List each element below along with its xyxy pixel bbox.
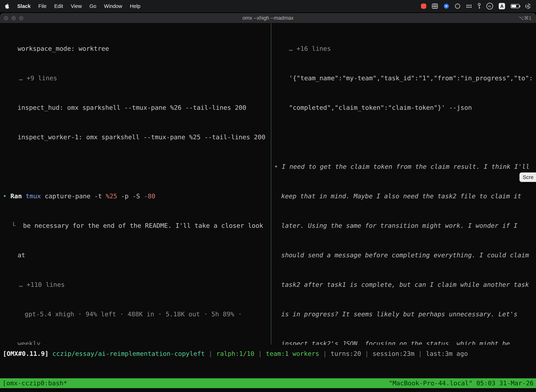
tmux-session-label: [omx-cczip0:bash*	[2, 378, 67, 388]
circle-app-icon[interactable]	[455, 3, 460, 9]
omx-status-bar: [OMX#0.11.9] cczip/essay/ai-reimplementa…	[0, 349, 536, 359]
command-output: └ be necessary for the end of the README…	[0, 221, 271, 231]
grid-icon[interactable]	[432, 4, 438, 9]
battery-percent-icon[interactable]: 61	[486, 3, 493, 9]
tmux-pane-left[interactable]: workspace_mode: worktree … +9 lines insp…	[0, 23, 271, 345]
omx-turns: turns:20	[330, 350, 361, 357]
window-shortcut-hint: ⌥⌘1	[519, 15, 531, 21]
menu-window[interactable]: Window	[104, 3, 122, 9]
screen-share-tooltip: Scre	[519, 173, 536, 182]
omx-ralph-counter: ralph:1/10	[216, 350, 254, 357]
menu-view[interactable]: View	[71, 3, 82, 9]
collapsed-lines-indicator: … +110 lines	[0, 280, 271, 289]
input-source-icon[interactable]: A	[499, 3, 505, 9]
omx-team-workers: team:1 workers	[266, 350, 319, 357]
menu-edit[interactable]: Edit	[54, 3, 63, 9]
thinking-line: keep that in mind. Maybe I also need the…	[271, 191, 536, 201]
collapsed-lines-indicator: … +16 lines	[271, 44, 536, 54]
terminal-window: × − + omx --xhigh --madmax ⌥⌘1 workspace…	[0, 13, 536, 392]
command-line: • Ran tmux capture-pane -t %25 -p -S -80	[0, 191, 271, 201]
omx-session-time: session:23m	[373, 350, 414, 357]
command-output: at	[0, 250, 271, 260]
terminal-line: inspect_worker-1: omx sparkshell --tmux-…	[0, 132, 271, 142]
bullet-icon: •	[274, 163, 282, 170]
terminal-line: "completed","claim_token":"claim-token"}…	[271, 103, 536, 112]
tmux-pane-right[interactable]: … +16 lines '{"team_name":"my-team","tas…	[271, 23, 536, 345]
blue-app-icon[interactable]	[444, 3, 449, 9]
swirl-icon[interactable]	[525, 3, 531, 9]
tmux-host-clock: "MacBook-Pro-44.local" 05:03 31-Mar-26	[389, 378, 534, 388]
collapsed-lines-indicator: … +9 lines	[0, 73, 271, 83]
thinking-line: should send a message before completing …	[271, 250, 536, 260]
minimize-button[interactable]: −	[11, 16, 16, 20]
thinking-line: is in progress? It seems likely but perh…	[271, 309, 536, 319]
thinking-line: later. Using the same for transition mig…	[271, 221, 536, 231]
dots-grid-icon[interactable]	[466, 4, 472, 9]
menu-go[interactable]: Go	[90, 3, 96, 9]
menu-app-name[interactable]: Slack	[17, 3, 31, 9]
output-connector: └	[12, 222, 23, 229]
input-source-label: A	[500, 4, 503, 9]
terminal-line: inspect_hud: omx sparkshell --tmux-pane …	[0, 103, 271, 112]
battery-percent-value: 61	[488, 5, 491, 8]
terminal-line: workspace_mode: worktree	[0, 44, 271, 54]
menu-help[interactable]: Help	[130, 3, 140, 9]
thinking-line: task2 after task1 is complete, but can I…	[271, 280, 536, 289]
terminal-line: '{"team_name":"my-team","task_id":"1","f…	[271, 73, 536, 83]
tmux-status-bar: [omx-cczip0:bash* "MacBook-Pro-44.local"…	[0, 378, 536, 388]
omx-version: [OMX#0.11.9]	[3, 350, 48, 357]
window-title: omx --xhigh --madmax	[243, 15, 293, 21]
thinking-line: • I need to get the claim token from the…	[271, 162, 536, 172]
omx-last-activity: last:3m ago	[426, 350, 468, 357]
command-output: weekly …	[0, 339, 271, 345]
apple-menu-icon[interactable]	[5, 3, 10, 9]
tmux-pane-divider[interactable]	[271, 23, 271, 345]
macos-menu-bar: Slack File Edit View Go Window Help 61 A	[0, 0, 536, 12]
key-icon[interactable]	[478, 3, 481, 9]
close-button[interactable]: ×	[4, 16, 8, 20]
zoom-button[interactable]: +	[19, 16, 23, 20]
battery-icon[interactable]	[511, 4, 519, 8]
menu-file[interactable]: File	[38, 3, 47, 9]
screen-recording-icon[interactable]	[421, 4, 426, 9]
window-title-bar[interactable]: × − + omx --xhigh --madmax ⌥⌘1	[0, 13, 536, 23]
thinking-line: inspect task2's JSON, focusing on the st…	[271, 339, 536, 345]
omx-repo: cczip/essay/ai-reimplementation-copyleft	[53, 350, 205, 357]
command-output: gpt-5.4 xhigh · 94% left · 488K in · 5.1…	[0, 309, 271, 319]
bullet-icon: •	[3, 192, 10, 200]
